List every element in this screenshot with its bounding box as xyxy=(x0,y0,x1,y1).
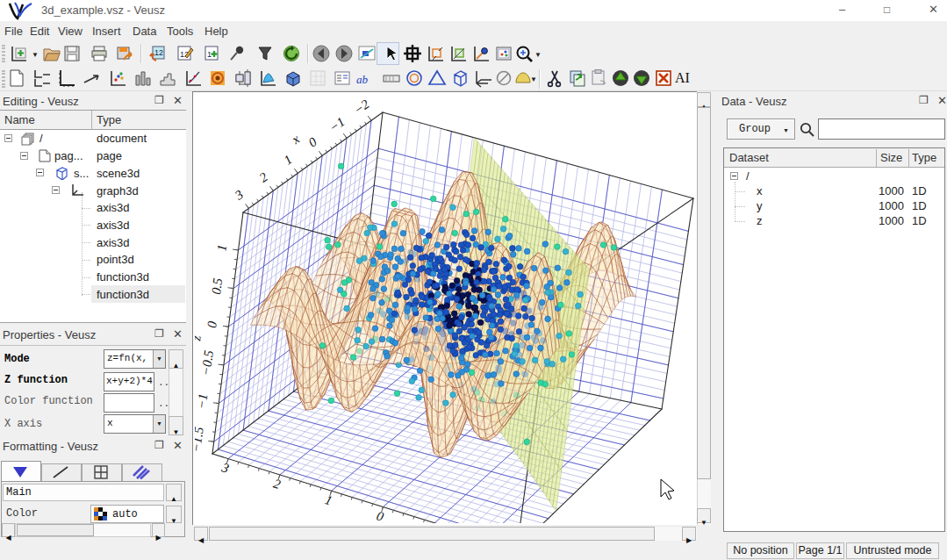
svg-text:−1: −1 xyxy=(195,392,210,410)
svg-text:12: 12 xyxy=(154,48,163,57)
svg-text:1: 1 xyxy=(207,50,212,59)
svg-text:0.5: 0.5 xyxy=(209,276,225,295)
